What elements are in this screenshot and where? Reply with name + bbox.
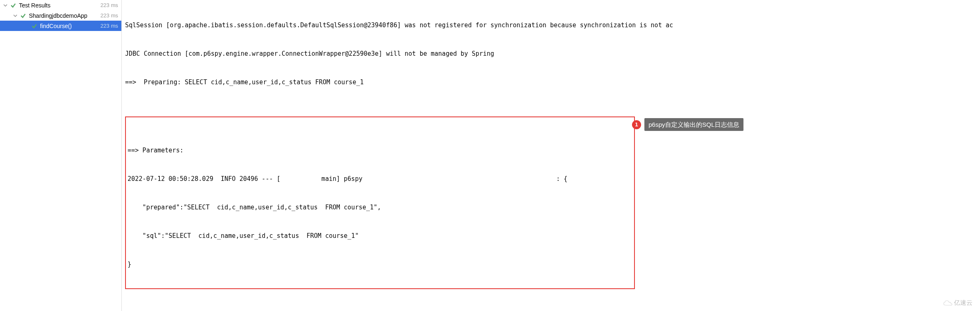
watermark: 亿速云 [943,299,973,307]
tree-test-row[interactable]: findCourse() 223 ms [0,21,121,31]
tree-test-label: findCourse() [40,23,100,29]
test-results-sidebar: Test Results 223 ms ShardingjdbcdemoApp … [0,0,122,311]
cloud-icon [943,300,952,306]
chevron-down-icon [2,2,8,8]
tree-test-time: 223 ms [100,23,118,29]
log-line: "sql":"SELECT cid,c_name,user_id,c_statu… [128,231,632,241]
log-line: JDBC Connection [com.p6spy.engine.wrappe… [125,49,977,59]
log-line: ==> Preparing: SELECT cid,c_name,user_id… [125,78,977,87]
tree-root-time: 223 ms [100,2,118,8]
check-icon [10,2,17,9]
callout-number: 1 [632,120,641,129]
tree-root-label: Test Results [19,2,100,9]
p6spy-log-block: 1 p6spy自定义输出的SQL日志信息 ==> Parameters: 202… [125,116,635,289]
tree-app-label: ShardingjdbcdemoApp [29,12,100,19]
log-line: ==> Parameters: [128,146,632,155]
callout-label: p6spy自定义输出的SQL日志信息 [644,118,743,131]
console-output[interactable]: SqlSession [org.apache.ibatis.session.de… [122,0,980,311]
log-line: SqlSession [org.apache.ibatis.session.de… [125,21,977,30]
tree-app-time: 223 ms [100,12,118,19]
tree-app-row[interactable]: ShardingjdbcdemoApp 223 ms [0,10,121,21]
log-line: "prepared":"SELECT cid,c_name,user_id,c_… [128,203,632,212]
watermark-text: 亿速云 [954,299,973,307]
check-icon [20,12,26,19]
log-line: } [128,260,632,269]
log-line: 2022-07-12 00:50:28.029 INFO 20496 --- [… [128,174,632,184]
chevron-down-icon [12,13,18,19]
callout-1: 1 p6spy自定义输出的SQL日志信息 [632,118,743,131]
check-icon [31,23,38,29]
tree-root-row[interactable]: Test Results 223 ms [0,0,121,10]
